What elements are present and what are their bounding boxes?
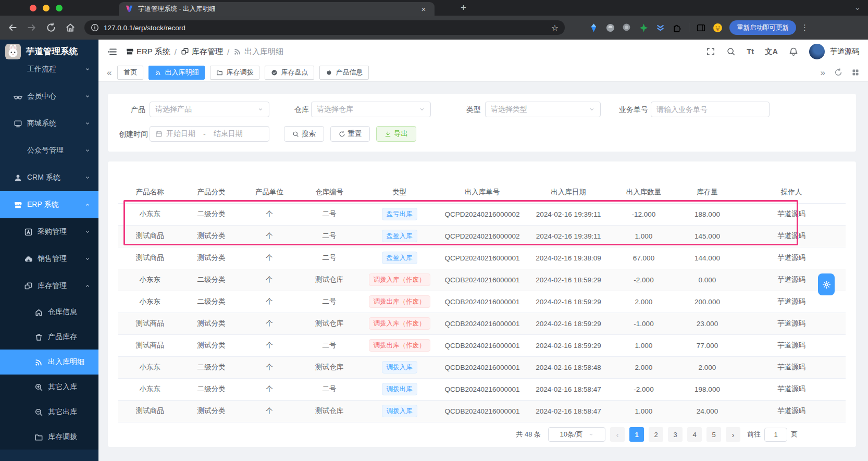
browser-tab[interactable]: 芋道管理系统 - 出入库明细 ×: [119, 2, 435, 16]
goto-label: 前往: [747, 430, 761, 439]
sidebar-item-sales[interactable]: 销售管理: [0, 245, 98, 272]
sidebar-item-crm-system[interactable]: CRM 系统: [0, 164, 98, 191]
extension-gray-circle-icon[interactable]: [605, 23, 615, 33]
tags-right-actions: »: [821, 68, 860, 77]
tab-close-icon[interactable]: ×: [419, 5, 428, 14]
next-page-button[interactable]: ›: [726, 427, 740, 442]
browser-menu-icon[interactable]: ⋮: [801, 23, 809, 32]
sidebar-logo-row[interactable]: 芋道管理系统: [0, 40, 98, 64]
tab-库存调拨[interactable]: 库存调拨: [210, 66, 259, 80]
forward-icon[interactable]: [27, 22, 37, 33]
export-button[interactable]: 导出: [376, 126, 416, 142]
extension-double-chevron-icon[interactable]: [655, 23, 665, 33]
sidebar-item-stock[interactable]: 库存管理: [0, 272, 98, 300]
chevron-up-icon: [84, 202, 91, 208]
home-icon[interactable]: [65, 22, 76, 33]
monitor-icon: [14, 119, 22, 128]
page-button-5[interactable]: 5: [706, 427, 721, 442]
extension-kite-icon[interactable]: [589, 23, 599, 33]
side-panel-icon[interactable]: [696, 23, 706, 33]
app-title: 芋道管理系统: [26, 46, 78, 57]
sidebar-item-warehouse-info[interactable]: 仓库信息: [0, 300, 98, 325]
product-select[interactable]: 请选择产品: [150, 102, 269, 117]
sidebar-item-label: CRM 系统: [27, 173, 60, 182]
cell-operator: 芋道源码: [737, 203, 846, 225]
bizno-input[interactable]: [656, 105, 764, 114]
translate-icon[interactable]: 文A: [765, 47, 778, 57]
bookmark-star-icon[interactable]: ☆: [551, 23, 559, 33]
font-size-icon[interactable]: Tt: [747, 47, 754, 56]
refresh-page-icon[interactable]: [834, 68, 842, 77]
breadcrumb-item[interactable]: ERP 系统: [126, 47, 170, 57]
bell-icon[interactable]: [789, 47, 798, 56]
page-button-2[interactable]: 2: [649, 427, 663, 442]
page-size-select[interactable]: 10条/页: [548, 427, 605, 442]
warehouse-select[interactable]: 请选择仓库: [311, 102, 431, 117]
page-button-3[interactable]: 3: [668, 427, 683, 442]
cell-type: 盘盈入库: [361, 225, 438, 247]
sidebar-item-member-center[interactable]: 会员中心: [0, 83, 98, 110]
relaunch-update-button[interactable]: 重新启动即可更新: [729, 20, 796, 35]
topbar: ERP 系统/库存管理/出入库明细 Tt 文A 芋道源码: [98, 40, 868, 64]
shop-icon: [126, 47, 134, 56]
sidebar-item-label: 仓库信息: [48, 307, 77, 317]
settings-fab-button[interactable]: [818, 273, 835, 295]
back-icon[interactable]: [7, 22, 18, 33]
sidebar-item-stock-record[interactable]: 出入库明细: [0, 350, 98, 375]
sidebar-item-mall-system[interactable]: 商城系统: [0, 110, 98, 137]
breadcrumb-separator: /: [227, 47, 229, 56]
sidebar-item-mp-manage[interactable]: 公众号管理: [0, 137, 98, 164]
chevron-down-icon: [84, 229, 91, 235]
layout-grid-icon[interactable]: [851, 68, 860, 77]
type-select[interactable]: 请选择类型: [485, 102, 601, 117]
sidebar-item-label: 产品库存: [48, 332, 77, 342]
prev-page-button[interactable]: ‹: [610, 427, 625, 442]
date-range-picker[interactable]: 开始日期 - 结束日期: [150, 126, 269, 142]
sidebar-item-other-out[interactable]: 其它出库: [0, 400, 98, 425]
extension-green-star-icon[interactable]: [639, 23, 649, 33]
goto-page-input[interactable]: [764, 428, 787, 442]
tab-首页[interactable]: 首页: [117, 66, 143, 80]
search-button[interactable]: 搜索: [284, 126, 324, 142]
url-text[interactable]: 127.0.0.1/erp/stock/record: [104, 24, 547, 32]
table-body: 小东东二级分类个二号盘亏出库QCPD202402160000022024-02-…: [118, 203, 846, 422]
cell-warehouse: 二号: [297, 378, 361, 400]
page-button-1[interactable]: 1: [629, 427, 644, 442]
cell-product: 测试商品: [118, 247, 181, 269]
extension-gray-grid-icon[interactable]: [572, 23, 582, 33]
tab-search-icon[interactable]: ⌄: [854, 0, 861, 15]
sidebar-item-stock-move[interactable]: 库存调拨: [0, 425, 98, 450]
extension-circle-badge-icon[interactable]: [622, 23, 632, 33]
column-header: 产品名称: [118, 181, 181, 203]
new-tab-button[interactable]: +: [461, 1, 466, 15]
type-badge: 调拨入库（作废）: [369, 273, 430, 286]
address-bar[interactable]: 127.0.0.1/erp/stock/record ☆: [84, 20, 565, 35]
reset-button[interactable]: 重置: [330, 126, 370, 142]
sidebar-item-other-in[interactable]: 其它入库: [0, 375, 98, 400]
username[interactable]: 芋道源码: [830, 47, 859, 56]
close-window-button[interactable]: [30, 5, 36, 11]
search-icon[interactable]: [726, 47, 736, 56]
cell-unit: 个: [241, 291, 297, 313]
site-info-icon[interactable]: [91, 23, 99, 32]
sidebar-item-erp-system[interactable]: ERP 系统: [0, 191, 98, 218]
profile-avatar-icon[interactable]: [713, 23, 723, 33]
reload-icon[interactable]: [46, 22, 56, 33]
minimize-window-button[interactable]: [43, 5, 49, 11]
cell-qty: -12.000: [610, 203, 677, 225]
tags-scroll-left-icon[interactable]: «: [107, 68, 111, 77]
page-button-4[interactable]: 4: [687, 427, 702, 442]
breadcrumb-item[interactable]: 库存管理: [181, 47, 223, 57]
tab-出入库明细[interactable]: 出入库明细: [148, 66, 205, 80]
extensions-puzzle-icon[interactable]: [672, 23, 682, 33]
fullscreen-icon[interactable]: [706, 47, 715, 56]
sidebar-item-purchase[interactable]: 采购管理: [0, 218, 98, 245]
tab-产品信息[interactable]: 产品信息: [319, 66, 369, 80]
cell-order_no: QCDB20240216000001: [438, 269, 527, 291]
sidebar-item-product-stock[interactable]: 产品库存: [0, 325, 98, 350]
tab-库存盘点[interactable]: 库存盘点: [265, 66, 314, 80]
maximize-window-button[interactable]: [56, 5, 63, 11]
tags-scroll-right-icon[interactable]: »: [821, 68, 825, 77]
user-avatar[interactable]: [809, 44, 825, 59]
collapse-menu-icon[interactable]: [107, 47, 117, 56]
